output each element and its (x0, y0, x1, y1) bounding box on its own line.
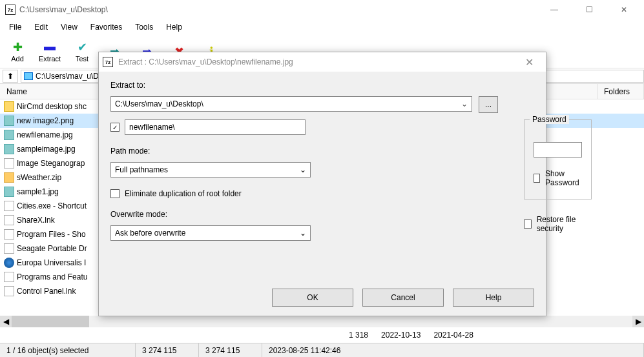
chevron-down-icon: ⌄ (300, 165, 306, 174)
maximize-button[interactable]: ☐ (574, 0, 604, 19)
password-label: Password (530, 115, 569, 124)
subfolder-input[interactable]: newfilename\ (125, 119, 306, 135)
chevron-down-icon: ⌄ (461, 99, 468, 108)
file-name: newfilename.jpg (17, 130, 73, 139)
computer-icon (24, 72, 33, 80)
img-icon (4, 130, 14, 140)
file-name: ShareX.lnk (17, 216, 55, 225)
window-titlebar: 7z C:\Users\mav_u\Desktop\ — ☐ ✕ (0, 0, 644, 19)
ok-button[interactable]: OK (272, 289, 353, 307)
lnk-icon (4, 286, 14, 296)
lnk-icon (4, 243, 14, 254)
show-password-checkbox[interactable] (534, 174, 540, 183)
extract-to-combo[interactable]: C:\Users\mav_u\Desktop\ ⌄ (110, 96, 472, 112)
img-icon (4, 116, 14, 126)
overwrite-mode-label: Overwrite mode: (110, 210, 498, 219)
minimize-button[interactable]: — (539, 0, 569, 19)
file-name: Control Panel.lnk (17, 287, 76, 296)
menu-file[interactable]: File (4, 21, 26, 33)
scroll-thumb[interactable] (12, 316, 89, 327)
menu-tools[interactable]: Tools (130, 21, 158, 33)
restore-security-label: Restore file security (537, 215, 592, 233)
zip-icon (4, 172, 14, 183)
password-fieldset: Password Show Password (524, 119, 592, 199)
lnk-icon (4, 158, 14, 168)
img-icon (4, 144, 14, 154)
cancel-button[interactable]: Cancel (362, 289, 444, 307)
file-name: Program Files - Sho (17, 230, 86, 239)
file-name: NirCmd desktop shc (17, 102, 87, 111)
img-icon (4, 187, 14, 197)
lnk-icon (4, 272, 14, 282)
plus-icon: ✚ (11, 41, 24, 54)
app-icon: 7z (103, 57, 113, 67)
status-bar: 1 / 16 object(s) selected 3 274 115 3 27… (0, 343, 644, 357)
status-timestamp: 2023-08-25 11:42:46 (262, 343, 644, 357)
file-name: Programs and Featu (17, 272, 87, 281)
lnk-icon (4, 229, 14, 240)
toolbar-add[interactable]: ✚ Add (1, 37, 34, 66)
subfolder-checkbox[interactable]: ✓ (110, 123, 119, 132)
file-name: sample1.jpg (17, 187, 59, 196)
check-icon: ✔ (76, 41, 88, 54)
toolbar-test[interactable]: ✔ Test (66, 37, 98, 66)
folder-icon (4, 101, 14, 112)
dialog-titlebar: 7z Extract : C:\Users\mav_u\Desktop\newf… (99, 52, 546, 72)
file-name: Image Steganograp (17, 159, 85, 168)
menu-favorites[interactable]: Favorites (85, 21, 127, 33)
menubar: File Edit View Favorites Tools Help (0, 19, 644, 35)
status-size2: 3 274 115 (199, 343, 262, 357)
path-mode-combo[interactable]: Full pathnames ⌄ (110, 162, 311, 178)
restore-security-checkbox[interactable] (524, 219, 532, 229)
window-title: C:\Users\mav_u\Desktop\ (19, 5, 539, 14)
show-password-label: Show Password (545, 169, 582, 187)
file-name: new image2.png (17, 116, 74, 125)
overwrite-mode-combo[interactable]: Ask before overwrite ⌄ (110, 225, 311, 241)
globe-icon (4, 258, 14, 268)
minus-icon: ▬ (43, 41, 56, 54)
menu-edit[interactable]: Edit (29, 21, 53, 33)
file-name: Europa Universalis I (17, 258, 86, 267)
file-name: sampleimage.jpg (17, 145, 76, 154)
toolbar-extract[interactable]: ▬ Extract (34, 37, 66, 66)
eliminate-dup-checkbox[interactable] (110, 189, 119, 198)
browse-button[interactable]: ... (479, 96, 498, 113)
password-input[interactable] (534, 142, 582, 158)
lnk-icon (4, 215, 14, 225)
menu-help[interactable]: Help (161, 21, 187, 33)
horizontal-scrollbar[interactable]: ◀ ▶ (0, 316, 644, 327)
eliminate-dup-label: Eliminate duplication of root folder (125, 189, 242, 198)
status-size1: 3 274 115 (136, 343, 199, 357)
status-selection: 1 / 16 object(s) selected (0, 343, 136, 357)
menu-view[interactable]: View (56, 21, 83, 33)
detail-bar: 1 318 2022-10-13 2021-04-28 (0, 327, 644, 343)
chevron-down-icon: ⌄ (300, 229, 306, 238)
extract-dialog: 7z Extract : C:\Users\mav_u\Desktop\newf… (98, 52, 546, 316)
extract-to-label: Extract to: (110, 81, 498, 90)
scroll-left-icon[interactable]: ◀ (0, 316, 12, 327)
file-name: Seagate Portable Dr (17, 244, 87, 253)
lnk-icon (4, 201, 14, 211)
scroll-right-icon[interactable]: ▶ (632, 316, 644, 327)
file-name: Cities.exe - Shortcut (17, 201, 87, 210)
path-mode-label: Path mode: (110, 147, 498, 156)
dialog-title: Extract : C:\Users\mav_u\Desktop\newfile… (118, 57, 516, 66)
app-icon: 7z (5, 5, 16, 15)
file-name: sWeather.zip (17, 173, 61, 182)
close-button[interactable]: ✕ (609, 0, 639, 19)
dialog-close-button[interactable]: ✕ (516, 56, 542, 68)
up-button[interactable]: ⬆ (3, 70, 18, 83)
help-button[interactable]: Help (453, 289, 534, 307)
column-folders[interactable]: Folders (597, 84, 644, 99)
